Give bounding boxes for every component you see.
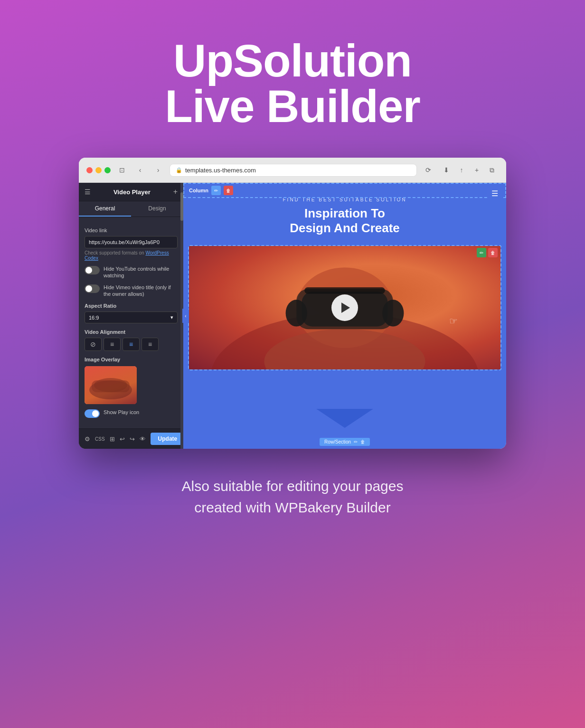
- image-overlay-thumbnail[interactable]: [85, 366, 137, 404]
- browser-mockup: ⊡ ‹ › 🔒 templates.us-themes.com ⟳ ⬇ ↑ + …: [79, 158, 506, 449]
- download-btn[interactable]: ⬇: [440, 163, 453, 177]
- traffic-light-green[interactable]: [104, 167, 111, 173]
- aspect-ratio-value: 16:9: [89, 315, 99, 321]
- align-btn-left[interactable]: ≡: [104, 338, 121, 351]
- hero-title-line2: Live Builder: [165, 81, 420, 132]
- traffic-lights: [86, 167, 111, 173]
- row-section-bar: Row/Section ✏ 🗑: [183, 435, 506, 449]
- panel-title: Video Player: [113, 189, 151, 196]
- footer-icons: ⚙ CSS ⊞ ↩ ↪ 👁: [85, 435, 146, 443]
- row-section-edit-icon[interactable]: ✏: [354, 439, 358, 444]
- video-thumbnail[interactable]: ☞: [189, 246, 500, 369]
- main-heading-line1: Inspiration To: [193, 206, 497, 221]
- chevron-decoration: [316, 409, 373, 430]
- toggle-play-knob: [92, 410, 99, 417]
- image-overlay-label: Image Overlay: [85, 357, 178, 362]
- align-btn-1[interactable]: ⊘: [85, 338, 102, 351]
- column-edit-icon[interactable]: ✏: [211, 186, 221, 195]
- cursor-icon: ☞: [449, 315, 458, 327]
- browser-chrome: ⊡ ‹ › 🔒 templates.us-themes.com ⟳ ⬇ ↑ + …: [79, 158, 506, 183]
- hamburger-lines: ☰: [491, 189, 498, 198]
- svg-point-7: [286, 300, 307, 327]
- show-play-icon-row: Show Play icon: [85, 409, 178, 418]
- add-element-icon[interactable]: +: [173, 188, 178, 196]
- panel-tabs: General Design: [79, 201, 183, 217]
- row-section-label: Row/Section: [324, 439, 351, 444]
- copy-btn[interactable]: ⧉: [485, 163, 499, 177]
- video-area-icons: ✏ 🗑: [477, 248, 498, 257]
- lock-icon: 🔒: [176, 167, 182, 173]
- toggle-vimeo-knob: [85, 285, 92, 292]
- chevron-svg: [316, 409, 373, 428]
- redo-icon[interactable]: ↪: [130, 435, 135, 443]
- tab-general[interactable]: General: [79, 201, 131, 217]
- row-section-pill[interactable]: Row/Section ✏ 🗑: [320, 438, 370, 446]
- panel-header: ☰ Video Player +: [79, 183, 183, 201]
- bottom-subtitle-line1: Also suitable for editing your pages: [182, 478, 404, 494]
- menu-icon-btn[interactable]: ☰: [487, 186, 502, 201]
- play-triangle-icon: [341, 303, 350, 313]
- hero-title: UpSolution Live Builder: [165, 38, 420, 129]
- panel-body: Video link Check supported formats on Wo…: [79, 217, 183, 428]
- left-panel: ☰ Video Player + General Design Video li…: [79, 183, 183, 449]
- hamburger-icon[interactable]: ☰: [85, 188, 91, 196]
- toggle-youtube-knob: [85, 267, 92, 274]
- duplicate-icon[interactable]: ⊞: [110, 435, 115, 443]
- video-alignment-label: Video Alignment: [85, 329, 178, 335]
- back-btn[interactable]: ‹: [133, 163, 147, 177]
- svg-rect-9: [304, 287, 385, 294]
- update-button[interactable]: Update: [151, 433, 185, 445]
- video-area: ✏ 🗑: [188, 245, 501, 370]
- share-btn[interactable]: ↑: [455, 163, 468, 177]
- toggle-show-play-icon[interactable]: [85, 409, 100, 418]
- panel-collapse-btn[interactable]: ‹: [182, 309, 189, 323]
- bottom-subtitle-line2: created with WPBakery Builder: [194, 500, 391, 515]
- tab-design[interactable]: Design: [131, 201, 183, 217]
- eye-icon[interactable]: 👁: [140, 435, 146, 443]
- aspect-ratio-label: Aspect Ratio: [85, 303, 178, 309]
- main-heading: Inspiration To Design And Create: [193, 206, 497, 236]
- svg-rect-2: [92, 380, 130, 392]
- video-edit-icon[interactable]: ✏: [477, 248, 486, 257]
- video-link-label: Video link: [85, 227, 178, 233]
- forward-btn[interactable]: ›: [151, 163, 165, 177]
- bottom-subtitle: Also suitable for editing your pages cre…: [182, 475, 404, 518]
- column-label-text: Column: [189, 188, 208, 193]
- browser-actions: ⬇ ↑ + ⧉: [440, 163, 499, 177]
- svg-point-8: [382, 300, 404, 327]
- column-delete-icon[interactable]: 🗑: [224, 186, 233, 195]
- row-section-delete-icon[interactable]: 🗑: [360, 439, 365, 444]
- new-tab-btn[interactable]: +: [470, 163, 483, 177]
- toggle-vimeo[interactable]: [85, 284, 100, 293]
- traffic-light-yellow[interactable]: [95, 167, 102, 173]
- browser-content: ☰ Video Player + General Design Video li…: [79, 183, 506, 449]
- help-text: Check supported formats on WordPress Cod…: [85, 250, 178, 261]
- settings-icon[interactable]: ⚙: [85, 435, 90, 443]
- play-button-overlay[interactable]: [331, 294, 358, 321]
- align-btn-center[interactable]: ≡: [123, 338, 140, 351]
- url-text: templates.us-themes.com: [185, 167, 256, 174]
- panel-footer: ⚙ CSS ⊞ ↩ ↪ 👁 Update: [79, 428, 183, 449]
- align-btn-right[interactable]: ≡: [142, 338, 159, 351]
- vr-silhouette: [85, 366, 137, 404]
- address-bar[interactable]: 🔒 templates.us-themes.com: [170, 164, 417, 177]
- toggle-youtube[interactable]: [85, 266, 100, 274]
- traffic-light-red[interactable]: [86, 167, 93, 173]
- svg-marker-11: [316, 409, 373, 428]
- show-play-icon-label: Show Play icon: [104, 409, 139, 416]
- column-bar: Column ✏ 🗑: [183, 183, 506, 198]
- undo-icon[interactable]: ↩: [120, 435, 125, 443]
- main-heading-line2: Design And Create: [193, 221, 497, 236]
- sidebar-toggle-btn[interactable]: ⊡: [115, 163, 129, 177]
- video-delete-icon[interactable]: 🗑: [488, 248, 498, 257]
- right-content: Column ✏ 🗑 ☰ FIND THE BEST SUITABLE SOLT…: [183, 183, 506, 449]
- chevron-down-icon: ▾: [170, 314, 173, 321]
- hero-title-line1: UpSolution: [173, 35, 412, 86]
- toggle-vimeo-row: Hide Vimeo video title (only if the owne…: [85, 284, 178, 298]
- aspect-ratio-select[interactable]: 16:9 ▾: [85, 312, 178, 323]
- css-label[interactable]: CSS: [95, 436, 105, 442]
- alignment-buttons: ⊘ ≡ ≡ ≡: [85, 338, 178, 351]
- video-link-input[interactable]: [85, 236, 178, 248]
- toggle-youtube-label: Hide YouTube controls while watching: [104, 265, 178, 279]
- reload-btn[interactable]: ⟳: [422, 163, 435, 177]
